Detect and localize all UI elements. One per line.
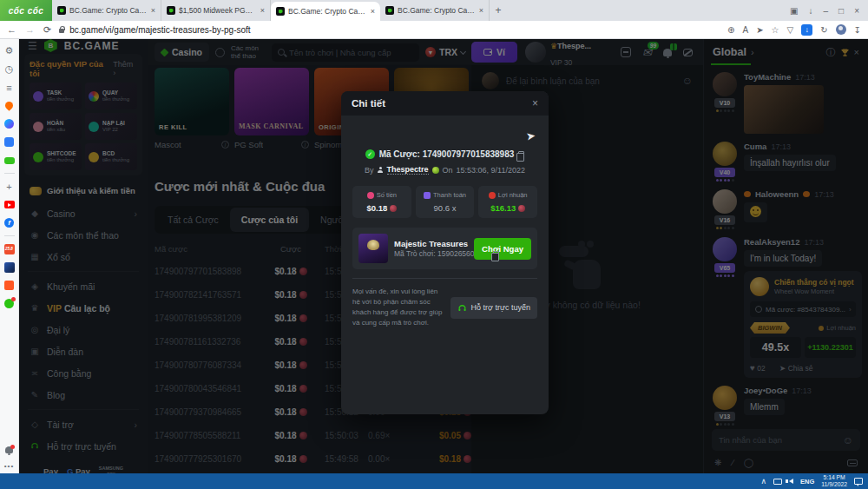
chat-room-tab[interactable]: Global xyxy=(713,46,746,58)
chat-commands-icon[interactable]: ∕ xyxy=(732,458,733,467)
vip-tile-shitcode[interactable]: SHITCODEtiền thưởng xyxy=(30,143,82,170)
maximize-button[interactable]: □ xyxy=(838,6,844,16)
reload-icon[interactable]: ⟳ xyxy=(43,24,51,36)
messenger-icon[interactable] xyxy=(3,118,15,129)
coin-rain-icon[interactable]: ❋ xyxy=(714,458,721,467)
avatar[interactable] xyxy=(713,72,737,96)
emoji-smiley-icon[interactable]: ☺ xyxy=(682,75,693,87)
game-shortcut-icon[interactable] xyxy=(3,261,15,273)
share-icon[interactable]: ➤ xyxy=(756,25,763,35)
emoji-smiley-icon[interactable]: ☺ xyxy=(843,434,853,446)
volume-icon[interactable] xyxy=(789,479,793,484)
wallet-button[interactable]: Ví xyxy=(471,42,517,63)
hot-flame-icon[interactable] xyxy=(3,100,15,111)
sidebar-item-live-support[interactable]: Hỗ trợ trực tuyến xyxy=(19,435,148,457)
youtube-icon[interactable] xyxy=(3,199,15,210)
vip-tile-reload[interactable]: NẠP LẠIVIP 22 xyxy=(85,113,137,140)
tab-arrow-icon[interactable]: ↓ xyxy=(809,6,813,16)
copy-icon[interactable] xyxy=(493,251,499,258)
chat-message-input[interactable] xyxy=(719,435,838,445)
win-share-card[interactable]: Chiến thắng có vị ngọt ngào! Wheel Wow M… xyxy=(744,271,862,378)
profile-icon[interactable] xyxy=(836,24,846,35)
share-arrow-icon[interactable]: ➤ xyxy=(525,129,536,142)
nav-casino-button[interactable]: Casino xyxy=(155,43,209,62)
tray-expand-icon[interactable]: ∧ xyxy=(760,477,766,486)
url-text[interactable]: bc.game/vi/game/majestic-treasures-by-pg… xyxy=(69,25,250,35)
orange-app-icon[interactable] xyxy=(3,280,15,291)
network-icon[interactable] xyxy=(773,479,782,485)
add-shortcut-icon[interactable]: + xyxy=(3,181,15,192)
share-button[interactable]: ➤ Chia sẻ xyxy=(779,364,813,373)
games-gamepad-icon[interactable] xyxy=(3,155,15,166)
chat-username[interactable]: Joey•DoGe xyxy=(744,386,787,395)
coccoc-logo[interactable]: cốc cốc xyxy=(0,0,52,21)
copy-icon[interactable] xyxy=(518,151,524,158)
tab-close-icon[interactable]: × xyxy=(260,6,265,15)
keyboard-language[interactable]: ENG xyxy=(800,478,814,486)
tab-close-icon[interactable]: × xyxy=(151,6,155,15)
provider-mascot[interactable]: Mascot xyxy=(155,140,229,149)
shopee-icon[interactable]: 25.8 xyxy=(3,243,15,254)
game-banner-mask-carnival[interactable]: MASK CARNIVAL xyxy=(234,68,309,135)
browser-tab-2[interactable]: $1,500 Midweek PGSoft Mult × xyxy=(161,0,271,21)
minimize-button[interactable]: – xyxy=(824,6,829,16)
game-banner-re-kill[interactable]: RE KILL xyxy=(155,68,229,135)
sidebar-item-lottery[interactable]: ▦Xổ số xyxy=(19,246,148,268)
history-clock-icon[interactable]: ◷ xyxy=(3,63,15,75)
bcgame-logo-icon[interactable]: B xyxy=(44,39,57,52)
vip-tile-task[interactable]: TASKtiền thưởng xyxy=(30,83,82,109)
live-support-button[interactable]: Hỗ trợ trực tuyến xyxy=(450,297,537,319)
vip-tile-spin[interactable]: QUAYtiền thưởng xyxy=(85,83,137,109)
sidebar-item-forum[interactable]: ▣Diễn đàn xyxy=(19,340,148,362)
chat-image-attachment[interactable] xyxy=(744,85,824,134)
browser-tab-3-active[interactable]: BC.Game: Crypto Casino Gan × xyxy=(271,2,380,21)
browser-tab-4[interactable]: BC.Game: Crypto Casino Gan × xyxy=(380,0,490,21)
green-app-icon[interactable] xyxy=(3,298,15,309)
url-box[interactable]: bc.game/vi/game/majestic-treasures-by-pg… xyxy=(59,23,720,36)
trophy-icon[interactable] xyxy=(840,48,850,57)
download-active-icon[interactable]: ↓ xyxy=(801,24,812,36)
mail-icon[interactable]: ✉99 xyxy=(642,47,652,58)
more-options-icon[interactable]: ••• xyxy=(4,462,14,470)
chat-input-box[interactable]: ☺ xyxy=(712,429,860,451)
chat-rules-icon[interactable]: ◯ xyxy=(744,458,753,467)
tab-close-icon[interactable]: × xyxy=(371,7,375,16)
modal-close-icon[interactable]: × xyxy=(532,97,538,109)
chat-username[interactable]: ToyMachine xyxy=(744,72,791,82)
sidebar-item-sports[interactable]: ◉Các môn thể thao xyxy=(19,224,148,246)
quests-icon[interactable] xyxy=(621,47,631,57)
action-center-icon[interactable] xyxy=(854,478,863,485)
play-now-button[interactable]: Chơi Ngay xyxy=(474,238,531,260)
sidebar-item-sponsorship[interactable]: ◇Tài trợ› xyxy=(19,413,148,435)
sidebar-item-agent[interactable]: ◎Đại lý xyxy=(19,319,148,340)
sidebar-item-promotions[interactable]: ◈Khuyến mãi xyxy=(19,275,148,297)
settings-gear-icon[interactable]: ⚙ xyxy=(3,45,15,56)
adblock-shield-icon[interactable]: ▽ xyxy=(787,25,794,35)
majestic-treasures-thumbnail[interactable] xyxy=(358,234,388,263)
table-row[interactable]: 174900777925301670$0.1815:49:580.00×$0.1… xyxy=(155,447,471,471)
table-row[interactable]: 174900778505588211$0.1815:50:030.69×$0.0… xyxy=(155,424,471,447)
avatar[interactable] xyxy=(713,189,737,214)
notes-app-icon[interactable] xyxy=(3,136,15,148)
translate-icon[interactable]: A xyxy=(742,25,748,35)
info-icon[interactable] xyxy=(301,141,309,149)
like-button[interactable]: ♥ 02 xyxy=(750,363,766,373)
chat-username[interactable]: Haloweenn xyxy=(755,189,799,199)
comment-input[interactable] xyxy=(506,76,675,86)
sidebar-item-casino[interactable]: ◆Casino› xyxy=(19,202,148,224)
chat-close-icon[interactable]: × xyxy=(854,47,859,57)
chat-toggle-icon[interactable] xyxy=(683,49,693,56)
tab-all-bets[interactable]: Tất cả Cược xyxy=(156,208,230,232)
feed-list-icon[interactable]: ≡ xyxy=(3,82,15,93)
new-tab-button[interactable]: + xyxy=(490,0,507,21)
info-icon[interactable] xyxy=(221,141,229,149)
avatar[interactable] xyxy=(713,237,737,261)
avatar[interactable] xyxy=(525,42,546,63)
currency-selector[interactable]: ▼ TRX xyxy=(425,47,465,57)
nav-sports-button[interactable]: Các môn thể thao xyxy=(231,44,266,60)
avatar[interactable] xyxy=(713,386,737,410)
browser-tab-1[interactable]: BC.Game: Crypto Casino Gan × xyxy=(52,0,161,21)
comment-bar[interactable]: ☺ xyxy=(471,65,703,95)
avatar[interactable] xyxy=(713,142,737,166)
close-button[interactable]: × xyxy=(854,6,859,16)
